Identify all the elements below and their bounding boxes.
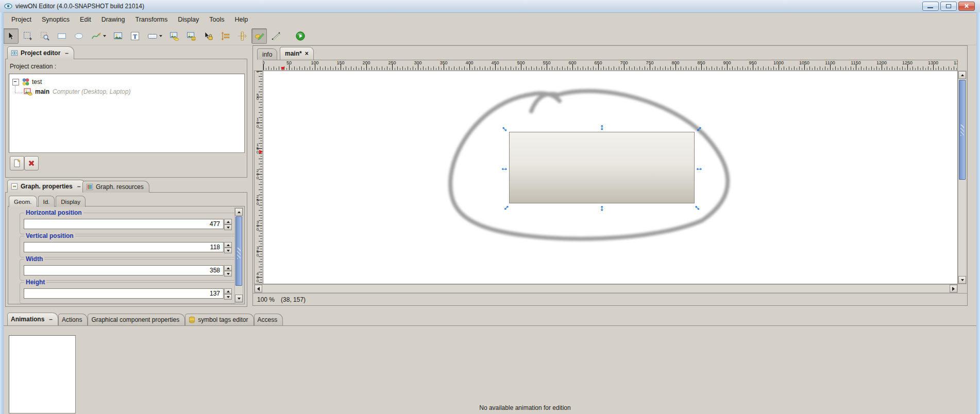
collapse-icon[interactable] bbox=[12, 79, 19, 85]
tab-info[interactable]: info bbox=[257, 48, 277, 60]
subtab-geom[interactable]: Geom. bbox=[9, 196, 37, 207]
scroll-left-button[interactable] bbox=[255, 285, 262, 292]
height-input[interactable] bbox=[24, 288, 224, 299]
spinner-down-button[interactable] bbox=[224, 225, 232, 230]
properties-scrollbar[interactable] bbox=[234, 208, 243, 303]
button-widget-icon bbox=[147, 31, 158, 41]
menu-edit[interactable]: Edit bbox=[75, 14, 96, 25]
bottom-tab-bar: Animations – Actions Graphical component… bbox=[0, 312, 980, 325]
spinner-up-button[interactable] bbox=[224, 265, 232, 271]
distribute-tool-button[interactable] bbox=[217, 28, 233, 44]
graph-properties-icon bbox=[11, 183, 18, 190]
drawing-canvas[interactable]: ↔ ↕ ↔ ↔ ↔ ↔ ↕ ↔ bbox=[263, 71, 958, 284]
horizontal-position-input[interactable] bbox=[24, 219, 224, 229]
spinner-down-button[interactable] bbox=[224, 271, 232, 277]
ellipse-icon bbox=[74, 31, 84, 41]
tab-main[interactable]: main* × bbox=[280, 47, 314, 60]
polyline-tool-button[interactable] bbox=[88, 28, 109, 44]
down-arrow-icon bbox=[227, 227, 230, 229]
spinner-up-button[interactable] bbox=[224, 288, 232, 294]
symbol-link-tool-button[interactable] bbox=[166, 28, 182, 44]
canvas-v-scrollbar[interactable] bbox=[958, 71, 967, 284]
minimize-button[interactable] bbox=[922, 2, 939, 11]
tab-project-editor-label: Project editor bbox=[21, 49, 60, 57]
tab-actions[interactable]: Actions bbox=[58, 314, 88, 325]
menu-tools[interactable]: Tools bbox=[204, 14, 229, 25]
window-border-right bbox=[976, 12, 980, 414]
button-tool-button[interactable] bbox=[144, 28, 165, 44]
scroll-down-button[interactable] bbox=[958, 276, 966, 284]
tree-node-main[interactable]: main Computer (Desktop, Laptop) bbox=[9, 86, 244, 97]
tree-node-test-label: test bbox=[32, 78, 42, 85]
resize-handle-e[interactable]: ↔ bbox=[695, 163, 704, 173]
page-node-icon bbox=[24, 88, 32, 96]
width-label: Width bbox=[24, 255, 44, 263]
tab-project-editor[interactable]: Project editor – bbox=[7, 46, 74, 59]
selected-rectangle[interactable]: ↔ ↕ ↔ ↔ ↔ ↔ ↕ ↔ bbox=[509, 132, 695, 203]
tab-access[interactable]: Access bbox=[254, 314, 283, 325]
tree-node-test[interactable]: test bbox=[9, 74, 244, 86]
new-page-button[interactable] bbox=[10, 156, 24, 170]
text-tool-button[interactable]: T bbox=[127, 28, 143, 44]
close-button[interactable] bbox=[958, 2, 975, 11]
scroll-up-button[interactable] bbox=[958, 71, 966, 79]
image-library-tool-button[interactable] bbox=[183, 28, 199, 44]
close-tab-icon[interactable]: × bbox=[305, 50, 309, 57]
canvas-h-scrollbar[interactable] bbox=[254, 284, 958, 293]
tab-graph-resources[interactable]: Graph. resources bbox=[82, 181, 149, 193]
resize-handle-w[interactable]: ↔ bbox=[500, 163, 509, 173]
ellipse-tool-button[interactable] bbox=[71, 28, 87, 44]
select-tool-button[interactable] bbox=[3, 28, 19, 44]
spinner-down-button[interactable] bbox=[224, 294, 232, 300]
window-title: viewON Editor (4.0.0-SNAPSHOT build 2101… bbox=[15, 3, 144, 10]
tab-animations[interactable]: Animations – bbox=[7, 313, 58, 325]
tab-graphical-component-properties[interactable]: Graphical component properties bbox=[88, 314, 185, 325]
chevron-down-icon bbox=[159, 35, 162, 37]
subtab-id[interactable]: Id. bbox=[38, 196, 55, 207]
symbol-tags-tool-button[interactable] bbox=[251, 28, 267, 44]
width-input[interactable] bbox=[24, 265, 224, 275]
tab-graph-properties[interactable]: Graph. properties – bbox=[7, 180, 86, 193]
h-ruler-marker bbox=[281, 67, 285, 71]
zoom-select-tool-button[interactable] bbox=[37, 28, 53, 44]
menu-drawing[interactable]: Drawing bbox=[96, 14, 130, 25]
rectangle-tool-button[interactable] bbox=[54, 28, 70, 44]
minimize-panel-button[interactable]: – bbox=[65, 50, 69, 56]
rectangle-icon bbox=[57, 31, 67, 41]
measure-tool-button[interactable] bbox=[268, 28, 284, 44]
scroll-down-button[interactable] bbox=[235, 295, 243, 302]
marquee-select-tool-button[interactable] bbox=[20, 28, 36, 44]
resize-handle-n[interactable]: ↕ bbox=[597, 123, 606, 132]
tab-symbol-tags-editor[interactable]: symbol tags editor bbox=[185, 314, 254, 325]
chevron-down-icon bbox=[103, 35, 106, 37]
zoom-level: 100 % bbox=[257, 296, 275, 303]
spinner-up-button[interactable] bbox=[224, 219, 232, 225]
tab-graph-resources-label: Graph. resources bbox=[96, 183, 144, 191]
run-preview-button[interactable] bbox=[293, 28, 308, 44]
delete-page-button[interactable] bbox=[24, 156, 39, 170]
subtab-display[interactable]: Display bbox=[56, 196, 86, 207]
menu-transforms[interactable]: Transforms bbox=[130, 14, 173, 25]
lock-selection-tool-button[interactable] bbox=[200, 28, 216, 44]
menu-display[interactable]: Display bbox=[173, 14, 204, 25]
menu-project[interactable]: Project bbox=[6, 14, 37, 25]
scroll-right-button[interactable] bbox=[950, 285, 957, 292]
ruler-guides-tool-button[interactable] bbox=[234, 28, 250, 44]
minimize-panel-button[interactable]: – bbox=[49, 317, 53, 322]
animations-list[interactable] bbox=[9, 335, 76, 413]
scrollbar-thumb[interactable] bbox=[959, 80, 966, 180]
image-tool-button[interactable] bbox=[110, 28, 126, 44]
project-tree[interactable]: test main Computer (Desktop, Laptop) bbox=[9, 74, 245, 153]
menu-synoptics[interactable]: Synoptics bbox=[37, 14, 75, 25]
spinner-up-button[interactable] bbox=[224, 242, 232, 248]
scroll-up-button[interactable] bbox=[235, 208, 243, 216]
horizontal-position-stepper bbox=[224, 219, 232, 230]
vertical-position-input[interactable] bbox=[24, 242, 224, 252]
minimize-panel-button[interactable]: – bbox=[77, 184, 81, 189]
height-group: Height bbox=[20, 282, 236, 304]
restore-button[interactable] bbox=[940, 2, 957, 11]
menu-help[interactable]: Help bbox=[229, 14, 253, 25]
spinner-down-button[interactable] bbox=[224, 248, 232, 253]
resize-handle-s[interactable]: ↕ bbox=[597, 203, 606, 213]
scrollbar-thumb[interactable] bbox=[235, 216, 242, 286]
